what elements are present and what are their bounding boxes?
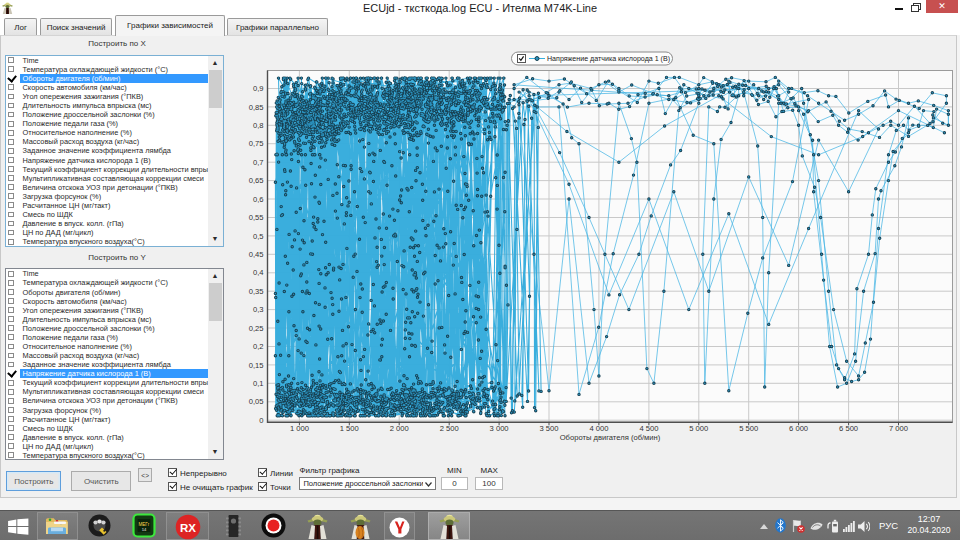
svg-text:0,65: 0,65	[249, 176, 264, 185]
svg-text:3 500: 3 500	[539, 424, 558, 433]
svg-text:0,45: 0,45	[249, 250, 264, 259]
svg-text:6 500: 6 500	[839, 424, 858, 433]
svg-text:2 500: 2 500	[440, 424, 459, 433]
svg-text:0,8: 0,8	[253, 121, 264, 130]
svg-text:0,05: 0,05	[249, 397, 264, 406]
svg-text:1 000: 1 000	[290, 424, 309, 433]
svg-text:0,5: 0,5	[253, 232, 264, 241]
svg-text:0,55: 0,55	[249, 213, 264, 222]
svg-text:5 500: 5 500	[739, 424, 758, 433]
svg-text:4 500: 4 500	[639, 424, 658, 433]
svg-text:Обороты двигателя (об/мин): Обороты двигателя (об/мин)	[560, 433, 661, 442]
svg-text:Напряжение датчика кислорода 1: Напряжение датчика кислорода 1 (В)	[547, 55, 670, 63]
svg-text:0,15: 0,15	[249, 361, 264, 370]
svg-text:5 000: 5 000	[689, 424, 708, 433]
svg-text:0,2: 0,2	[253, 342, 264, 351]
svg-text:0,35: 0,35	[249, 287, 264, 296]
svg-text:1 500: 1 500	[340, 424, 359, 433]
svg-text:0,25: 0,25	[249, 324, 264, 333]
svg-text:0,1: 0,1	[253, 379, 264, 388]
svg-text:0,6: 0,6	[253, 195, 264, 204]
svg-text:0,7: 0,7	[253, 158, 264, 167]
svg-text:RX: RX	[180, 522, 196, 534]
svg-text:0,4: 0,4	[253, 268, 264, 277]
svg-text:14: 14	[142, 527, 147, 532]
svg-text:0,3: 0,3	[253, 305, 264, 314]
svg-text:4 000: 4 000	[589, 424, 608, 433]
svg-text:0,85: 0,85	[249, 103, 264, 112]
svg-text:0,75: 0,75	[249, 139, 264, 148]
svg-text:2 000: 2 000	[390, 424, 409, 433]
svg-text:0,9: 0,9	[253, 84, 264, 93]
svg-text:3 000: 3 000	[490, 424, 509, 433]
svg-text:0: 0	[259, 416, 263, 425]
svg-text:6 000: 6 000	[789, 424, 808, 433]
svg-text:7 000: 7 000	[889, 424, 908, 433]
